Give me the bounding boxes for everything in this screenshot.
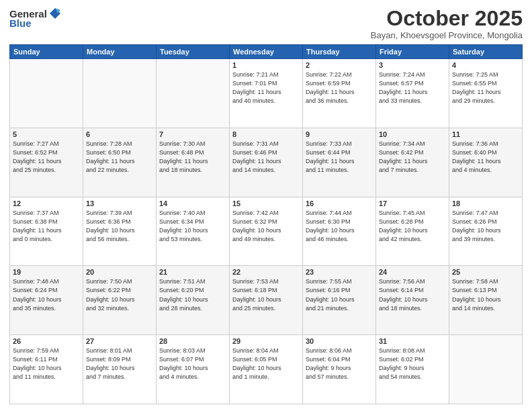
day-info: Sunrise: 7:36 AM Sunset: 6:40 PM Dayligh…: [452, 140, 519, 175]
header: General Blue October 2025 Bayan, Khoevsg…: [9, 7, 523, 40]
day-number: 15: [232, 199, 300, 208]
day-info: Sunrise: 7:44 AM Sunset: 6:30 PM Dayligh…: [306, 209, 373, 244]
day-info: Sunrise: 7:55 AM Sunset: 6:16 PM Dayligh…: [306, 277, 373, 312]
day-number: 7: [159, 130, 226, 138]
calendar-cell: [83, 59, 157, 128]
calendar-cell: 28Sunrise: 8:03 AM Sunset: 6:07 PM Dayli…: [157, 335, 230, 404]
day-number: 22: [232, 268, 300, 276]
weekday-tuesday: Tuesday: [157, 45, 230, 59]
calendar-cell: 11Sunrise: 7:36 AM Sunset: 6:40 PM Dayli…: [449, 128, 523, 197]
day-number: 18: [452, 199, 519, 208]
day-info: Sunrise: 7:39 AM Sunset: 6:36 PM Dayligh…: [86, 209, 153, 244]
calendar-cell: 12Sunrise: 7:37 AM Sunset: 6:38 PM Dayli…: [10, 197, 83, 266]
day-info: Sunrise: 7:25 AM Sunset: 6:55 PM Dayligh…: [452, 71, 519, 105]
day-info: Sunrise: 7:27 AM Sunset: 6:52 PM Dayligh…: [13, 140, 80, 175]
week-row-3: 19Sunrise: 7:48 AM Sunset: 6:24 PM Dayli…: [10, 266, 523, 335]
calendar-cell: 24Sunrise: 7:56 AM Sunset: 6:14 PM Dayli…: [376, 266, 449, 335]
day-number: 21: [159, 268, 226, 276]
calendar-cell: 13Sunrise: 7:39 AM Sunset: 6:36 PM Dayli…: [83, 197, 157, 266]
day-info: Sunrise: 7:45 AM Sunset: 6:28 PM Dayligh…: [379, 209, 446, 244]
calendar-cell: 7Sunrise: 7:30 AM Sunset: 6:48 PM Daylig…: [157, 128, 230, 197]
day-info: Sunrise: 7:22 AM Sunset: 6:59 PM Dayligh…: [306, 71, 373, 105]
week-row-1: 5Sunrise: 7:27 AM Sunset: 6:52 PM Daylig…: [10, 128, 523, 197]
day-number: 2: [306, 61, 373, 69]
day-number: 31: [379, 337, 446, 345]
calendar-cell: 14Sunrise: 7:40 AM Sunset: 6:34 PM Dayli…: [157, 197, 230, 266]
calendar-cell: 15Sunrise: 7:42 AM Sunset: 6:32 PM Dayli…: [230, 197, 303, 266]
day-info: Sunrise: 7:58 AM Sunset: 6:13 PM Dayligh…: [452, 277, 519, 312]
day-number: 11: [452, 130, 519, 138]
calendar-cell: 16Sunrise: 7:44 AM Sunset: 6:30 PM Dayli…: [303, 197, 376, 266]
day-info: Sunrise: 7:31 AM Sunset: 6:46 PM Dayligh…: [232, 140, 300, 175]
day-number: 3: [379, 61, 446, 69]
day-info: Sunrise: 7:34 AM Sunset: 6:42 PM Dayligh…: [379, 140, 446, 175]
title-block: October 2025 Bayan, Khoevsgoel Province,…: [371, 7, 523, 40]
subtitle: Bayan, Khoevsgoel Province, Mongolia: [371, 30, 523, 40]
day-info: Sunrise: 8:06 AM Sunset: 6:04 PM Dayligh…: [306, 347, 373, 381]
calendar-cell: 22Sunrise: 7:53 AM Sunset: 6:18 PM Dayli…: [230, 266, 303, 335]
calendar-cell: 30Sunrise: 8:06 AM Sunset: 6:04 PM Dayli…: [303, 335, 376, 404]
calendar-cell: 31Sunrise: 8:08 AM Sunset: 6:02 PM Dayli…: [376, 335, 449, 404]
calendar-table: SundayMondayTuesdayWednesdayThursdayFrid…: [9, 44, 523, 404]
calendar-cell: 2Sunrise: 7:22 AM Sunset: 6:59 PM Daylig…: [303, 59, 376, 128]
calendar-cell: 3Sunrise: 7:24 AM Sunset: 6:57 PM Daylig…: [376, 59, 449, 128]
calendar-cell: 8Sunrise: 7:31 AM Sunset: 6:46 PM Daylig…: [230, 128, 303, 197]
logo-icon: [48, 7, 62, 20]
calendar-cell: [157, 59, 230, 128]
day-number: 9: [306, 130, 373, 138]
calendar-cell: 29Sunrise: 8:04 AM Sunset: 6:05 PM Dayli…: [230, 335, 303, 404]
day-number: 4: [452, 61, 519, 69]
weekday-monday: Monday: [83, 45, 157, 59]
month-title: October 2025: [371, 7, 523, 30]
weekday-thursday: Thursday: [303, 45, 376, 59]
week-row-0: 1Sunrise: 7:21 AM Sunset: 7:01 PM Daylig…: [10, 59, 523, 128]
day-number: 19: [13, 268, 80, 276]
day-info: Sunrise: 8:03 AM Sunset: 6:07 PM Dayligh…: [159, 347, 226, 381]
calendar-cell: 4Sunrise: 7:25 AM Sunset: 6:55 PM Daylig…: [449, 59, 523, 128]
day-info: Sunrise: 7:51 AM Sunset: 6:20 PM Dayligh…: [159, 277, 226, 312]
day-number: 5: [13, 130, 80, 138]
day-info: Sunrise: 7:33 AM Sunset: 6:44 PM Dayligh…: [306, 140, 373, 175]
day-number: 8: [232, 130, 300, 138]
day-number: 20: [86, 268, 153, 276]
calendar-cell: 18Sunrise: 7:47 AM Sunset: 6:26 PM Dayli…: [449, 197, 523, 266]
weekday-wednesday: Wednesday: [230, 45, 303, 59]
day-number: 28: [159, 337, 226, 345]
weekday-sunday: Sunday: [10, 45, 83, 59]
calendar-cell: 6Sunrise: 7:28 AM Sunset: 6:50 PM Daylig…: [83, 128, 157, 197]
weekday-friday: Friday: [376, 45, 449, 59]
week-row-4: 26Sunrise: 7:59 AM Sunset: 6:11 PM Dayli…: [10, 335, 523, 404]
calendar-cell: 20Sunrise: 7:50 AM Sunset: 6:22 PM Dayli…: [83, 266, 157, 335]
calendar-cell: 21Sunrise: 7:51 AM Sunset: 6:20 PM Dayli…: [157, 266, 230, 335]
day-info: Sunrise: 8:01 AM Sunset: 8:09 PM Dayligh…: [86, 347, 153, 381]
calendar-cell: 10Sunrise: 7:34 AM Sunset: 6:42 PM Dayli…: [376, 128, 449, 197]
day-info: Sunrise: 7:21 AM Sunset: 7:01 PM Dayligh…: [232, 71, 300, 105]
day-number: 14: [159, 199, 226, 208]
weekday-header-row: SundayMondayTuesdayWednesdayThursdayFrid…: [10, 45, 523, 59]
page: General Blue October 2025 Bayan, Khoevsg…: [0, 0, 532, 411]
calendar-cell: 9Sunrise: 7:33 AM Sunset: 6:44 PM Daylig…: [303, 128, 376, 197]
weekday-saturday: Saturday: [449, 45, 523, 59]
day-number: 13: [86, 199, 153, 208]
day-info: Sunrise: 7:42 AM Sunset: 6:32 PM Dayligh…: [232, 209, 300, 244]
day-number: 10: [379, 130, 446, 138]
calendar-cell: 1Sunrise: 7:21 AM Sunset: 7:01 PM Daylig…: [230, 59, 303, 128]
calendar-cell: 27Sunrise: 8:01 AM Sunset: 8:09 PM Dayli…: [83, 335, 157, 404]
calendar-cell: 5Sunrise: 7:27 AM Sunset: 6:52 PM Daylig…: [10, 128, 83, 197]
day-info: Sunrise: 7:24 AM Sunset: 6:57 PM Dayligh…: [379, 71, 446, 105]
day-number: 25: [452, 268, 519, 276]
day-info: Sunrise: 7:40 AM Sunset: 6:34 PM Dayligh…: [159, 209, 226, 244]
calendar-cell: 17Sunrise: 7:45 AM Sunset: 6:28 PM Dayli…: [376, 197, 449, 266]
day-number: 24: [379, 268, 446, 276]
day-number: 23: [306, 268, 373, 276]
logo-blue: Blue: [9, 17, 32, 29]
day-info: Sunrise: 7:30 AM Sunset: 6:48 PM Dayligh…: [159, 140, 226, 175]
calendar-cell: 26Sunrise: 7:59 AM Sunset: 6:11 PM Dayli…: [10, 335, 83, 404]
calendar-cell: [10, 59, 83, 128]
calendar-cell: 23Sunrise: 7:55 AM Sunset: 6:16 PM Dayli…: [303, 266, 376, 335]
day-info: Sunrise: 7:47 AM Sunset: 6:26 PM Dayligh…: [452, 209, 519, 244]
day-number: 30: [306, 337, 373, 345]
day-number: 16: [306, 199, 373, 208]
day-info: Sunrise: 7:28 AM Sunset: 6:50 PM Dayligh…: [86, 140, 153, 175]
day-info: Sunrise: 8:08 AM Sunset: 6:02 PM Dayligh…: [379, 347, 446, 381]
